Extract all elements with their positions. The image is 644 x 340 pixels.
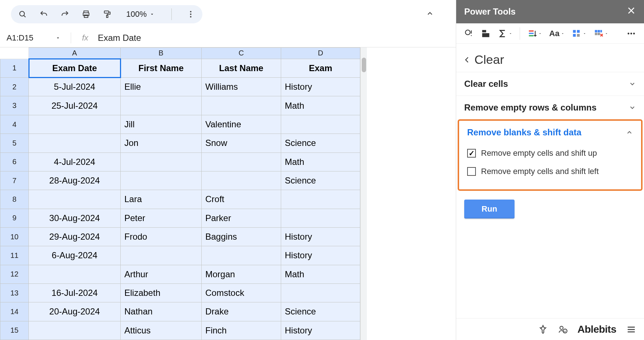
cell-A4[interactable] (29, 115, 121, 134)
more-horiz-icon[interactable] (624, 27, 638, 40)
row-header-13[interactable]: 13 (0, 283, 29, 302)
sum-icon[interactable] (496, 27, 515, 40)
col-header-D[interactable]: D (281, 48, 360, 59)
cell-A2[interactable]: 5-Jul-2024 (29, 78, 121, 96)
cell-D3[interactable]: Math (281, 96, 360, 115)
pin-icon[interactable] (538, 325, 548, 334)
col-header-C[interactable]: C (202, 48, 281, 59)
cell-A15[interactable] (29, 321, 121, 340)
cell-D9[interactable] (281, 209, 360, 227)
row-header-11[interactable]: 11 (0, 246, 29, 265)
cell-C12[interactable]: Morgan (202, 265, 281, 283)
cell-D15[interactable]: History (281, 321, 360, 340)
row-header-2[interactable]: 2 (0, 78, 29, 96)
grid-corner[interactable] (0, 48, 29, 59)
cell-C9[interactable]: Parker (202, 209, 281, 227)
cell-C4[interactable]: Valentine (202, 115, 281, 134)
cell-D10[interactable]: History (281, 227, 360, 246)
cell-B9[interactable]: Peter (121, 209, 202, 227)
cell-A13[interactable]: 16-Jul-2024 (29, 283, 121, 302)
merge-icon[interactable] (479, 27, 493, 40)
section-remove-empty-rows-cols[interactable]: Remove empty rows & columns (456, 96, 644, 119)
row-header-15[interactable]: 15 (0, 321, 29, 340)
cell-B12[interactable]: Arthur (121, 265, 202, 283)
row-header-1[interactable]: 1 (0, 59, 29, 77)
clear-grid-icon[interactable] (591, 27, 610, 40)
close-icon[interactable] (626, 6, 636, 18)
run-button[interactable]: Run (464, 200, 515, 219)
cell-C15[interactable]: Finch (202, 321, 281, 340)
more-vert-icon[interactable] (186, 9, 196, 19)
option-shift-up[interactable]: Remove empty cells and shift up (459, 144, 641, 162)
cell-B5[interactable]: Jon (121, 134, 202, 152)
hamburger-icon[interactable] (626, 325, 636, 334)
dedupe-icon[interactable] (462, 27, 476, 40)
cell-A1[interactable]: Exam Date (29, 59, 121, 77)
row-header-9[interactable]: 9 (0, 209, 29, 227)
row-header-7[interactable]: 7 (0, 171, 29, 190)
sort-icon[interactable] (525, 27, 544, 40)
cell-B11[interactable] (121, 246, 202, 265)
cell-D11[interactable]: History (281, 246, 360, 265)
cell-C6[interactable] (202, 152, 281, 171)
cell-C7[interactable] (202, 171, 281, 190)
search-icon[interactable] (18, 9, 28, 19)
scrollbar-thumb[interactable] (362, 58, 366, 72)
cell-A8[interactable] (29, 190, 121, 209)
cell-D13[interactable] (281, 283, 360, 302)
undo-icon[interactable] (39, 9, 49, 19)
cell-C14[interactable]: Drake (202, 302, 281, 321)
redo-icon[interactable] (60, 9, 70, 19)
cell-D12[interactable]: Math (281, 265, 360, 283)
cell-C3[interactable] (202, 96, 281, 115)
cell-B10[interactable]: Frodo (121, 227, 202, 246)
cell-C8[interactable]: Croft (202, 190, 281, 209)
vertical-scrollbar[interactable] (360, 47, 367, 340)
cell-C13[interactable]: Comstock (202, 283, 281, 302)
row-header-14[interactable]: 14 (0, 302, 29, 321)
info-user-icon[interactable] (558, 325, 567, 334)
cell-D2[interactable]: History (281, 78, 360, 96)
cell-B13[interactable]: Elizabeth (121, 283, 202, 302)
cell-A10[interactable]: 29-Aug-2024 (29, 227, 121, 246)
col-header-A[interactable]: A (29, 48, 121, 59)
row-header-10[interactable]: 10 (0, 227, 29, 246)
cell-D7[interactable]: Science (281, 171, 360, 190)
print-icon[interactable] (81, 9, 91, 19)
cell-B8[interactable]: Lara (121, 190, 202, 209)
cell-D14[interactable]: Science (281, 302, 360, 321)
cell-C5[interactable]: Snow (202, 134, 281, 152)
cell-B2[interactable]: Ellie (121, 78, 202, 96)
cell-D6[interactable]: Math (281, 152, 360, 171)
section-clear-cells[interactable]: Clear cells (456, 72, 644, 96)
cell-B6[interactable] (121, 152, 202, 171)
cell-D5[interactable]: Science (281, 134, 360, 152)
zoom-dropdown[interactable]: 100% (123, 9, 158, 19)
cell-B15[interactable]: Atticus (121, 321, 202, 340)
cell-B4[interactable]: Jill (121, 115, 202, 134)
cell-C10[interactable]: Baggins (202, 227, 281, 246)
cell-B1[interactable]: First Name (121, 59, 202, 77)
cell-B7[interactable] (121, 171, 202, 190)
cell-A6[interactable]: 4-Jul-2024 (29, 152, 121, 171)
text-case-icon[interactable]: Aa (547, 27, 567, 40)
cell-B14[interactable]: Nathan (121, 302, 202, 321)
row-header-8[interactable]: 8 (0, 190, 29, 209)
cell-D8[interactable] (281, 190, 360, 209)
cell-C1[interactable]: Last Name (202, 59, 281, 77)
cell-C11[interactable] (202, 246, 281, 265)
row-header-6[interactable]: 6 (0, 152, 29, 171)
cell-B3[interactable] (121, 96, 202, 115)
grid-select-icon[interactable] (570, 27, 589, 40)
paint-format-icon[interactable] (102, 9, 112, 19)
cell-A7[interactable]: 28-Aug-2024 (29, 171, 121, 190)
cell-D1[interactable]: Exam (281, 59, 360, 77)
cell-A9[interactable]: 30-Aug-2024 (29, 209, 121, 227)
row-header-3[interactable]: 3 (0, 96, 29, 115)
col-header-B[interactable]: B (121, 48, 202, 59)
name-box[interactable]: A1:D15 (7, 33, 65, 43)
formula-input[interactable]: Exam Date (98, 33, 141, 43)
spreadsheet-grid[interactable]: ABCD1Exam DateFirst NameLast NameExam25-… (0, 47, 360, 340)
row-header-4[interactable]: 4 (0, 115, 29, 134)
cell-D4[interactable] (281, 115, 360, 134)
